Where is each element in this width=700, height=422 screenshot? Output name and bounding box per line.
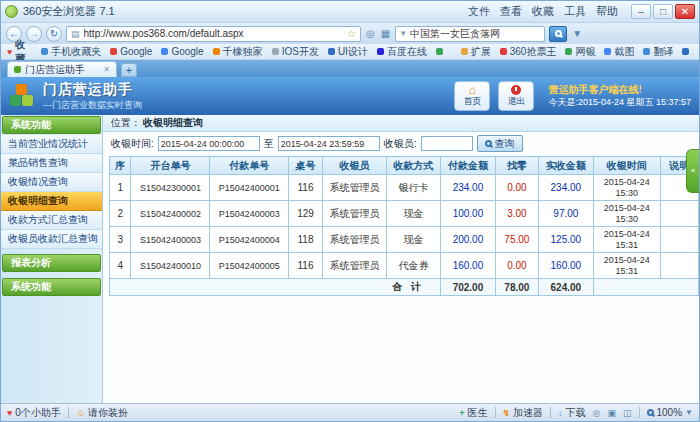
table-row[interactable]: 4S15042400010P15042400005116系统管理员代金券160.…: [110, 253, 699, 279]
close-button[interactable]: ✕: [675, 4, 695, 19]
breadcrumb-page: 收银明细查询: [143, 116, 203, 130]
url-box[interactable]: ▤ http://www.pos368.com/default.aspx ☆: [66, 26, 361, 42]
bookmark-favicon-icon: [461, 48, 468, 55]
sidebar-section-header-2[interactable]: 系统功能: [2, 278, 101, 296]
cashier-input[interactable]: [421, 136, 473, 151]
time-from-input[interactable]: [158, 136, 260, 151]
table-cell: 234.00: [440, 175, 495, 201]
table-cell: 系统管理员: [322, 201, 386, 227]
status-item[interactable]: ↯加速器: [503, 406, 544, 420]
status-item-label: 0个小助手: [15, 406, 61, 420]
heart-icon: ♥: [7, 47, 12, 57]
bookmark-favicon-icon: [41, 48, 48, 55]
cashier-detail-table: 序开台单号付款单号桌号收银员收款方式付款金额找零实收金额收银时间说明 1S150…: [109, 156, 699, 296]
status-item[interactable]: ♥0个小助手: [7, 406, 61, 420]
status-item[interactable]: ☺请你装扮: [76, 406, 128, 420]
bookmark-item[interactable]: 游戏: [682, 45, 693, 59]
bookmark-item[interactable]: 360抢票王: [500, 45, 557, 59]
table-cell: 160.00: [538, 253, 593, 279]
bookmark-label: 游戏: [692, 45, 693, 59]
sidebar-item[interactable]: 收银员收款汇总查询: [1, 230, 102, 249]
bookmark-item[interactable]: UI设计: [328, 45, 368, 59]
search-input[interactable]: 中国第一女巨贪落网: [410, 27, 500, 41]
bookmark-favicon-icon: [328, 48, 335, 55]
message-icon[interactable]: ◫: [623, 408, 632, 418]
time-to-input[interactable]: [278, 136, 380, 151]
table-row[interactable]: 3S15042400003P15042400004118系统管理员现金200.0…: [110, 227, 699, 253]
url-text[interactable]: http://www.pos368.com/default.aspx: [84, 28, 244, 39]
table-cell: 0.00: [495, 175, 538, 201]
bookmark-item[interactable]: 百度在线: [377, 45, 427, 59]
sidebar-item[interactable]: 收款方式汇总查询: [1, 211, 102, 230]
bookmark-item[interactable]: Google: [110, 46, 152, 57]
home-button[interactable]: ⌂ 首页: [454, 81, 490, 111]
main-content: 位置： 收银明细查询 收银时间: 至 收银员: 查询 序开台单号: [103, 115, 699, 403]
status-bar: ♥0个小助手☺请你装扮 +医生↯加速器↓下载 ◎ ▣ ◫ 100% ▼: [1, 403, 699, 421]
more-menu-icon[interactable]: ▼: [571, 28, 583, 39]
table-cell: 系统管理员: [322, 175, 386, 201]
total-empty-cell: [593, 279, 698, 296]
status-item[interactable]: +医生: [459, 406, 487, 420]
table-cell: 3: [110, 227, 131, 253]
table-cell: 4: [110, 253, 131, 279]
sidebar-item[interactable]: 菜品销售查询: [1, 154, 102, 173]
app-header: 门店营运助手 ---门店营业数据实时查询 ⌂ 首页 退出 营运助手客户端在线! …: [1, 77, 699, 115]
table-header-row: 序开台单号付款单号桌号收银员收款方式付款金额找零实收金额收银时间说明: [110, 157, 699, 175]
bookmark-favicon-icon: [272, 48, 279, 55]
sidebar-item[interactable]: 收银明细查询: [1, 192, 102, 211]
column-header: 桌号: [289, 157, 322, 175]
tab-close-icon[interactable]: ✕: [103, 65, 110, 74]
menu-item-1[interactable]: 查看: [500, 4, 522, 19]
search-engine-dropdown-icon[interactable]: ▼: [399, 29, 407, 38]
new-tab-button[interactable]: +: [121, 63, 137, 77]
table-cell: [660, 253, 698, 279]
bookmark-item[interactable]: 手机收藏夹: [41, 45, 101, 59]
bookmark-item[interactable]: Google: [161, 46, 203, 57]
bookmark-item[interactable]: 千橡独家: [213, 45, 263, 59]
table-cell: S15042400010: [131, 253, 210, 279]
tab-active[interactable]: 门店营运助手 ✕: [7, 61, 117, 77]
side-panel-handle[interactable]: «: [686, 149, 699, 193]
web-app: 门店营运助手 ---门店营业数据实时查询 ⌂ 首页 退出 营运助手客户端在线! …: [1, 77, 699, 403]
bookmark-item[interactable]: 网银: [565, 45, 595, 59]
bookmark-item[interactable]: 翻译: [643, 45, 673, 59]
table-row[interactable]: 2S15042400002P15042400003129系统管理员现金100.0…: [110, 201, 699, 227]
table-cell: 代金券: [387, 253, 441, 279]
menu-item-0[interactable]: 文件: [468, 4, 490, 19]
table-row[interactable]: 1S15042300001P15042400001116系统管理员银行卡234.…: [110, 175, 699, 201]
status-item-label: 请你装扮: [88, 406, 128, 420]
menu-item-3[interactable]: 工具: [564, 4, 586, 19]
table-cell: 116: [289, 253, 322, 279]
screenshot-icon[interactable]: ◎: [365, 28, 376, 39]
bookmark-item[interactable]: IOS开发: [272, 45, 319, 59]
maximize-button[interactable]: □: [653, 4, 673, 19]
search-box[interactable]: ▼ 中国第一女巨贪落网: [395, 26, 545, 42]
bookmark-item[interactable]: 扩展: [461, 45, 491, 59]
bookmark-favicon-icon: [565, 48, 572, 55]
zoom-control[interactable]: 100% ▼: [647, 407, 694, 418]
camera-icon[interactable]: ◎: [593, 408, 601, 418]
sidebar-item[interactable]: 当前营业情况统计: [1, 135, 102, 154]
sidebar-section-header-1[interactable]: 报表分析: [2, 254, 101, 272]
bookmark-item[interactable]: 截图: [604, 45, 634, 59]
minimize-button[interactable]: –: [631, 4, 651, 19]
sidebar-section-header-0[interactable]: 系统功能: [2, 116, 101, 134]
search-button[interactable]: [549, 26, 567, 42]
home-icon: ⌂: [469, 85, 476, 95]
table-cell: 160.00: [440, 253, 495, 279]
sidebar-item[interactable]: 收银情况查询: [1, 173, 102, 192]
status-item[interactable]: ↓下载: [558, 406, 586, 420]
bookmark-favicon-icon: [213, 48, 220, 55]
bookmark-label: 百度在线: [387, 45, 427, 59]
menu-item-4[interactable]: 帮助: [596, 4, 618, 19]
apps-icon[interactable]: ▦: [380, 28, 391, 39]
table-cell: 2: [110, 201, 131, 227]
tools-icon[interactable]: ▣: [607, 408, 616, 418]
menu-item-2[interactable]: 收藏: [532, 4, 554, 19]
refresh-button[interactable]: ↻: [46, 26, 62, 42]
bookmark-item[interactable]: TableVi: [436, 46, 445, 57]
exit-button[interactable]: 退出: [498, 81, 534, 111]
query-button[interactable]: 查询: [477, 135, 523, 152]
favorite-star-icon[interactable]: ☆: [347, 28, 356, 39]
table-cell: 系统管理员: [322, 227, 386, 253]
